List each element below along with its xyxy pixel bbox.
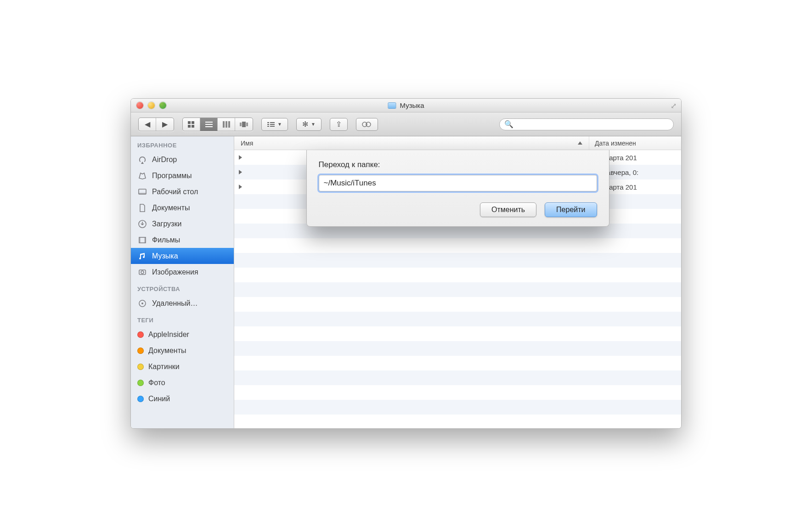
airdrop-icon [137, 155, 147, 164]
svg-rect-7 [223, 121, 225, 128]
column-header-name-label: Имя [241, 140, 253, 147]
sidebar-item-label: Синий [148, 395, 170, 403]
downloads-icon [137, 219, 147, 229]
svg-rect-13 [267, 122, 269, 123]
search-input[interactable]: 🔍 [499, 118, 674, 130]
view-icon-button[interactable] [183, 118, 200, 131]
sidebar-item-downloads[interactable]: Загрузки [131, 216, 234, 232]
go-button[interactable]: Перейти [545, 202, 597, 217]
go-to-folder-input[interactable] [319, 175, 597, 191]
sidebar-item-label: Картинки [148, 363, 180, 371]
toolbar: ◀ ▶ ▼ ✻▼ ⇪ [131, 112, 681, 136]
sidebar-item-pictures[interactable]: Изображения [131, 264, 234, 280]
svg-rect-16 [270, 124, 275, 125]
sidebar-item-label: Фильмы [152, 236, 180, 244]
sidebar-item-applications[interactable]: Программы [131, 168, 234, 184]
tag-dot-icon [137, 348, 144, 354]
sidebar-item-label: AirDrop [152, 156, 177, 164]
svg-rect-8 [226, 121, 227, 128]
svg-rect-1 [192, 121, 194, 124]
disclosure-icon[interactable] [239, 155, 242, 160]
sidebar-item-airdrop[interactable]: AirDrop [131, 151, 234, 168]
sidebar-item-label: Документы [152, 204, 190, 212]
svg-point-28 [141, 271, 144, 274]
desktop-icon [137, 187, 147, 196]
sort-ascending-icon [578, 141, 582, 145]
arrange-button[interactable]: ▼ [261, 118, 288, 131]
tag-dot-icon [137, 380, 144, 386]
sidebar-item-label: Программы [152, 172, 192, 180]
tags-button[interactable] [356, 118, 378, 131]
sidebar-item-label: AppleInsider [148, 331, 189, 339]
minimize-icon[interactable] [148, 102, 155, 109]
svg-rect-11 [242, 122, 246, 127]
action-button[interactable]: ✻▼ [296, 118, 321, 131]
fullscreen-icon[interactable]: ⤢ [671, 101, 677, 110]
svg-rect-9 [228, 121, 230, 128]
sidebar-item-label: Музыка [152, 252, 178, 260]
tag-dot-icon [137, 396, 144, 402]
go-to-folder-sheet: Переход к папке: Отменить Перейти [306, 150, 609, 227]
share-button[interactable]: ⇪ [330, 118, 348, 131]
view-column-button[interactable] [218, 118, 235, 131]
svg-rect-4 [205, 122, 213, 123]
column-header-modified-label: Дата изменен [595, 140, 636, 147]
sidebar-header-favorites: ИЗБРАННОЕ [131, 136, 234, 151]
folder-icon [388, 102, 396, 109]
gear-icon: ✻ [302, 120, 308, 129]
svg-rect-2 [188, 125, 191, 128]
finder-window: Музыка ⤢ ◀ ▶ ▼ ✻▼ [130, 98, 682, 429]
window-title-text: Музыка [400, 101, 424, 109]
sidebar-item-music[interactable]: Музыка [131, 248, 234, 264]
close-icon[interactable] [136, 102, 143, 109]
zoom-icon[interactable] [159, 102, 166, 109]
svg-rect-25 [139, 237, 141, 243]
sidebar-item-documents[interactable]: Документы [131, 200, 234, 216]
traffic-lights [131, 102, 166, 109]
svg-rect-17 [267, 126, 269, 127]
column-header-name[interactable]: Имя [234, 136, 589, 150]
disc-icon [137, 299, 147, 308]
sidebar-item-remote-disc[interactable]: Удаленный… [131, 295, 234, 311]
sidebar-tag[interactable]: AppleInsider [131, 326, 234, 342]
sheet-actions: Отменить Перейти [319, 202, 597, 217]
sidebar-item-label: Документы [148, 347, 186, 355]
nav-back-forward: ◀ ▶ [138, 118, 174, 131]
sidebar-header-tags: ТЕГИ [131, 311, 234, 326]
sidebar-tag[interactable]: Картинки [131, 359, 234, 375]
documents-icon [137, 203, 147, 213]
svg-rect-12 [246, 123, 248, 126]
column-header-modified[interactable]: Дата изменен [589, 140, 681, 147]
toolbar-search: 🔍 [386, 118, 674, 130]
sidebar-tag[interactable]: Документы [131, 342, 234, 359]
svg-rect-3 [192, 125, 194, 128]
sidebar-tag[interactable]: Фото [131, 375, 234, 391]
disclosure-icon[interactable] [239, 185, 242, 189]
sidebar-item-desktop[interactable]: Рабочий стол [131, 184, 234, 200]
cancel-button[interactable]: Отменить [480, 202, 536, 217]
disclosure-icon[interactable] [239, 170, 242, 174]
view-coverflow-button[interactable] [235, 118, 253, 131]
tag-dot-icon [137, 364, 144, 370]
search-icon: 🔍 [504, 120, 513, 129]
sidebar-item-label: Удаленный… [152, 299, 198, 308]
svg-rect-0 [188, 121, 191, 124]
pictures-icon [137, 268, 147, 277]
sidebar-item-movies[interactable]: Фильмы [131, 232, 234, 248]
sidebar: ИЗБРАННОЕ AirDrop Программы Рабочий стол [131, 136, 234, 428]
back-button[interactable]: ◀ [139, 118, 156, 131]
column-headers: Имя Дата изменен [234, 136, 681, 150]
sidebar-tag[interactable]: Синий [131, 391, 234, 407]
svg-rect-15 [267, 124, 269, 125]
titlebar: Музыка ⤢ [131, 99, 681, 112]
sidebar-item-label: Рабочий стол [152, 188, 198, 196]
svg-rect-18 [270, 126, 275, 127]
svg-rect-6 [205, 126, 213, 127]
applications-icon [137, 171, 147, 180]
music-icon [137, 252, 147, 261]
svg-rect-22 [139, 193, 146, 194]
view-list-button[interactable] [200, 118, 218, 131]
view-switcher [182, 118, 253, 131]
file-list: Имя Дата изменен 10 марта 201 Позавчера,… [234, 136, 681, 428]
forward-button[interactable]: ▶ [156, 118, 174, 131]
